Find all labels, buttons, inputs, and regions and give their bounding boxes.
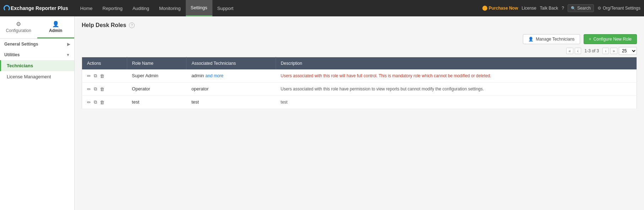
help-circle-icon[interactable]: ? <box>129 22 135 28</box>
table-row: ✏ ⧉ 🗑 Super Adminadminand moreUsers asso… <box>82 69 637 83</box>
top-nav: Exchange Reporter Plus Home Reporting Au… <box>0 0 644 16</box>
role-name-cell: Operator <box>127 83 186 96</box>
description-cell: test <box>276 96 637 109</box>
actions-cell: ✏ ⧉ 🗑 <box>82 69 127 83</box>
search-icon: 🔍 <box>571 6 576 11</box>
technicians-cell: test <box>186 96 276 109</box>
configure-plus-icon: + <box>589 37 591 42</box>
edit-icon[interactable]: ✏ <box>87 86 91 92</box>
manage-tech-icon: 👤 <box>528 37 534 42</box>
pagination-bar: « ‹ 1-3 of 3 › » 25 50 100 <box>82 47 637 55</box>
sidebar: ⚙ Configuration 👤 Admin General Settings… <box>0 16 75 210</box>
nav-monitoring[interactable]: Monitoring <box>154 0 186 16</box>
per-page-select[interactable]: 25 50 100 <box>619 47 637 55</box>
description-text: test <box>281 100 287 105</box>
next-page-button[interactable]: › <box>602 48 609 54</box>
delete-icon[interactable]: 🗑 <box>100 100 104 105</box>
admin-icon: 👤 <box>39 21 72 27</box>
general-settings-section[interactable]: General Settings ▶ <box>0 39 74 49</box>
col-role-name: Role Name <box>127 57 186 70</box>
technician-name: admin <box>191 73 204 78</box>
action-icons: ✏ ⧉ 🗑 <box>87 73 122 79</box>
sidebar-item-license[interactable]: License Management <box>0 71 74 82</box>
toolbar: 👤 Manage Technicians + Configure New Rol… <box>82 34 637 44</box>
first-page-button[interactable]: « <box>566 48 573 54</box>
action-icons: ✏ ⧉ 🗑 <box>87 99 122 105</box>
purchase-now-link[interactable]: Purchase Now <box>482 6 518 11</box>
actions-cell: ✏ ⧉ 🗑 <box>82 96 127 109</box>
copy-icon[interactable]: ⧉ <box>94 73 97 79</box>
technicians-cell: adminand more <box>186 69 276 83</box>
search-box[interactable]: 🔍 Search <box>568 4 594 12</box>
brand-logo: Exchange Reporter Plus <box>4 5 68 11</box>
main-content: Help Desk Roles ? 👤 Manage Technicians +… <box>75 16 644 210</box>
utilities-arrow: ▼ <box>66 53 70 57</box>
action-icons: ✏ ⧉ 🗑 <box>87 86 122 92</box>
configure-new-role-button[interactable]: + Configure New Role <box>584 34 637 44</box>
utilities-label: Utilities <box>4 52 20 57</box>
admin-tab-label: Admin <box>49 28 62 33</box>
help-link[interactable]: ? <box>562 6 564 11</box>
table-row: ✏ ⧉ 🗑 testtesttest <box>82 96 637 109</box>
nav-reporting[interactable]: Reporting <box>98 0 128 16</box>
page-header: Help Desk Roles ? <box>82 22 637 28</box>
gear-icon: ⚙ <box>597 6 601 11</box>
sidebar-tab-admin[interactable]: 👤 Admin <box>37 16 75 38</box>
roles-table: Actions Role Name Associated Technicians… <box>82 57 637 109</box>
technicians-cell: operator <box>186 83 276 96</box>
configure-role-label: Configure New Role <box>594 37 632 42</box>
config-tab-label: Configuration <box>6 28 31 33</box>
talk-back-link[interactable]: Talk Back <box>540 6 558 11</box>
description-text: Users associated with this role will hav… <box>281 73 491 78</box>
nav-links: Home Reporting Auditing Monitoring Setti… <box>75 0 482 16</box>
brand-name: Exchange Reporter Plus <box>11 5 68 11</box>
edit-icon[interactable]: ✏ <box>87 73 91 79</box>
utilities-section[interactable]: Utilities ▼ <box>0 49 74 60</box>
more-technicians-link[interactable]: and more <box>205 73 223 78</box>
general-settings-arrow: ▶ <box>67 42 70 47</box>
actions-cell: ✏ ⧉ 🗑 <box>82 83 127 96</box>
search-label: Search <box>577 6 591 11</box>
org-tenant-settings[interactable]: ⚙ Org/Tenant Settings <box>597 6 640 11</box>
pagination-info: 1-3 of 3 <box>583 48 601 54</box>
sidebar-tab-configuration[interactable]: ⚙ Configuration <box>0 16 37 38</box>
nav-right: Purchase Now License Talk Back ? 🔍 Searc… <box>482 4 640 12</box>
general-settings-label: General Settings <box>4 42 38 47</box>
table-row: ✏ ⧉ 🗑 OperatoroperatorUsers associated w… <box>82 83 637 96</box>
page-title: Help Desk Roles <box>82 22 126 28</box>
last-page-button[interactable]: » <box>610 48 617 54</box>
license-link[interactable]: License <box>521 6 536 11</box>
description-cell: Users associated with this role will hav… <box>276 69 637 83</box>
nav-auditing[interactable]: Auditing <box>128 0 154 16</box>
role-name-cell: test <box>127 96 186 109</box>
nav-support[interactable]: Support <box>212 0 239 16</box>
manage-technicians-button[interactable]: 👤 Manage Technicians <box>523 34 580 44</box>
copy-icon[interactable]: ⧉ <box>94 86 97 92</box>
purchase-now-label: Purchase Now <box>489 6 518 11</box>
config-icon: ⚙ <box>2 21 35 27</box>
table-header-row: Actions Role Name Associated Technicians… <box>82 57 637 70</box>
nav-home[interactable]: Home <box>75 0 98 16</box>
col-actions: Actions <box>82 57 127 70</box>
manage-tech-label: Manage Technicians <box>536 37 574 42</box>
col-description: Description <box>276 57 637 70</box>
brand-icon <box>4 5 10 11</box>
sidebar-item-technicians[interactable]: Technicians <box>0 60 74 71</box>
copy-icon[interactable]: ⧉ <box>94 99 97 105</box>
description-text: Users associated with this role have per… <box>281 86 484 91</box>
role-name-cell: Super Admin <box>127 69 186 83</box>
prev-page-button[interactable]: ‹ <box>575 48 581 54</box>
license-label: License Management <box>7 74 51 79</box>
sidebar-tabs: ⚙ Configuration 👤 Admin <box>0 16 74 39</box>
org-tenant-label: Org/Tenant Settings <box>603 6 640 11</box>
nav-settings[interactable]: Settings <box>186 0 212 16</box>
edit-icon[interactable]: ✏ <box>87 100 91 105</box>
col-technicians: Associated Technicians <box>186 57 276 70</box>
layout: ⚙ Configuration 👤 Admin General Settings… <box>0 16 644 210</box>
delete-icon[interactable]: 🗑 <box>100 86 104 92</box>
purchase-icon <box>482 6 487 11</box>
technicians-label: Technicians <box>7 63 33 68</box>
description-cell: Users associated with this role have per… <box>276 83 637 96</box>
delete-icon[interactable]: 🗑 <box>100 73 104 79</box>
